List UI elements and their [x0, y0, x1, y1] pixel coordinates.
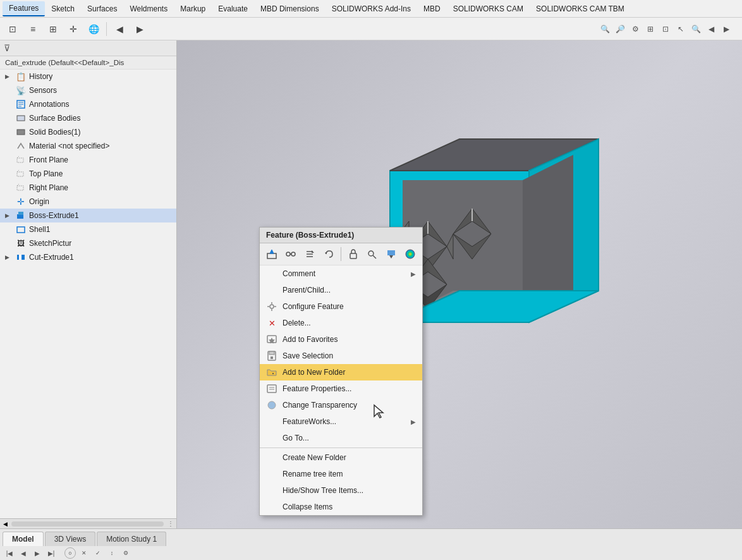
ctx-icon-undo[interactable]: [320, 246, 337, 262]
scroll-left[interactable]: ◀: [0, 519, 10, 529]
ctx-featureworks-label: FeatureWorks...: [283, 417, 336, 426]
status-arrow[interactable]: ↕: [106, 547, 118, 559]
ctx-feature-props[interactable]: Feature Properties...: [260, 380, 422, 397]
tree-item-surface-bodies[interactable]: Surface Bodies: [0, 111, 176, 125]
status-cross[interactable]: ✕: [78, 547, 90, 559]
tree-item-solid-bodies[interactable]: Solid Bodies(1): [0, 125, 176, 139]
ctx-save-selection[interactable]: Save Selection: [260, 348, 422, 364]
ctx-transparency[interactable]: Change Transparency: [260, 397, 422, 413]
toolbar-next[interactable]: ▶: [131, 20, 149, 38]
status-check[interactable]: ✓: [92, 547, 104, 559]
ctx-add-new-folder[interactable]: Add to New Folder: [260, 364, 422, 380]
nav-next[interactable]: ▶: [32, 548, 43, 558]
ctx-rename[interactable]: Rename tree item: [260, 466, 422, 482]
rt-search2[interactable]: 🔎: [613, 22, 627, 36]
status-gear[interactable]: ⚙: [120, 547, 131, 559]
tree-item-shell[interactable]: Shell1: [0, 222, 176, 236]
ctx-icon-link[interactable]: [283, 246, 299, 262]
rt-zoom[interactable]: 🔍: [689, 22, 703, 36]
ctx-icon-order[interactable]: [301, 246, 318, 262]
tree-item-right-plane[interactable]: Right Plane: [0, 181, 176, 195]
tree-item-top-plane[interactable]: Top Plane: [0, 167, 176, 181]
right-plane-label: Right Plane: [29, 183, 68, 192]
menu-mbd-dimensions[interactable]: MBD Dimensions: [254, 2, 325, 16]
ctx-icon-search[interactable]: [364, 246, 380, 262]
svg-rect-62: [267, 385, 276, 393]
menu-mbd[interactable]: MBD: [417, 2, 447, 16]
menu-weldments[interactable]: Weldments: [123, 2, 174, 16]
ctx-save-selection-label: Save Selection: [283, 351, 333, 360]
toolbar-list[interactable]: ≡: [24, 20, 42, 38]
svg-point-65: [268, 401, 276, 409]
ctx-icon-edit[interactable]: [264, 246, 280, 262]
ctx-icon-color[interactable]: [402, 246, 418, 262]
status-circle[interactable]: ○: [64, 547, 76, 559]
menu-sw-cam[interactable]: SOLIDWORKS CAM: [447, 2, 530, 16]
menu-sw-addins[interactable]: SOLIDWORKS Add-Ins: [325, 2, 417, 16]
svg-rect-16: [19, 255, 21, 260]
menu-features[interactable]: Features: [3, 1, 45, 16]
menu-bar: Features Sketch Surfaces Weldments Marku…: [0, 0, 742, 18]
tree-item-sensors[interactable]: 📡 Sensors: [0, 83, 176, 97]
nav-first[interactable]: |◀: [4, 548, 15, 558]
ctx-configure[interactable]: Configure Feature: [260, 298, 422, 315]
ctx-create-folder[interactable]: Create New Folder: [260, 449, 422, 466]
bottom-tabs: Model 3D Views Motion Study 1: [0, 529, 742, 546]
toolbar-select[interactable]: ⊡: [4, 20, 21, 38]
tree-item-annotations[interactable]: Annotations: [0, 97, 176, 111]
rt-select[interactable]: ⊡: [659, 22, 672, 36]
ctx-rename-label: Rename tree item: [283, 470, 343, 478]
rt-grid[interactable]: ⊞: [643, 22, 657, 36]
rt-forward[interactable]: ▶: [719, 22, 733, 36]
ctx-featureworks[interactable]: FeatureWorks... ▶: [260, 413, 422, 430]
menu-surfaces[interactable]: Surfaces: [81, 2, 123, 16]
ctx-comment[interactable]: Comment ▶: [260, 265, 422, 282]
ctx-collapse[interactable]: Collapse Items: [260, 499, 422, 515]
ctx-goto[interactable]: Go To...: [260, 430, 422, 446]
svg-rect-10: [17, 186, 23, 190]
toolbar-prev[interactable]: ◀: [111, 20, 128, 38]
menu-sketch[interactable]: Sketch: [45, 2, 81, 16]
goto-icon: [266, 432, 277, 444]
ctx-collapse-label: Collapse Items: [283, 502, 332, 511]
rt-pointer[interactable]: ↖: [674, 22, 688, 36]
menu-sw-cam-tbm[interactable]: SOLIDWORKS CAM TBM: [530, 2, 631, 16]
tree-item-front-plane[interactable]: Front Plane: [0, 153, 176, 167]
annotations-label: Annotations: [29, 100, 69, 109]
toolbar-globe[interactable]: 🌐: [85, 20, 102, 38]
tree-item-material[interactable]: Material <not specified>: [0, 139, 176, 153]
menu-evaluate[interactable]: Evaluate: [212, 2, 254, 16]
top-plane-icon: [15, 168, 27, 180]
tree-item-cut-extrude[interactable]: ▶ Cut-Extrude1: [0, 250, 176, 264]
ctx-icon-sep: [341, 247, 341, 261]
rt-search[interactable]: 🔍: [598, 22, 612, 36]
ctx-add-favorites[interactable]: Add to Favorites: [260, 331, 422, 348]
ctx-parent-child[interactable]: Parent/Child...: [260, 282, 422, 298]
toolbar-grid[interactable]: ⊞: [44, 20, 62, 38]
tab-3d-views[interactable]: 3D Views: [45, 532, 95, 546]
ctx-new-folder-label: Add to New Folder: [283, 368, 345, 377]
nav-prev[interactable]: ◀: [18, 548, 29, 558]
tab-model[interactable]: Model: [3, 532, 44, 546]
tree-item-history[interactable]: ▶ 📋 History: [0, 70, 176, 83]
ctx-icon-down[interactable]: [383, 246, 399, 262]
scroll-track[interactable]: [11, 521, 164, 527]
svg-marker-42: [312, 250, 314, 253]
tree-item-sketch-picture[interactable]: 🖼 SketchPictur: [0, 236, 176, 250]
rt-settings[interactable]: ⚙: [628, 22, 642, 36]
ctx-icon-lock[interactable]: [345, 246, 362, 262]
svg-rect-47: [387, 250, 395, 255]
tab-motion-study[interactable]: Motion Study 1: [97, 532, 166, 546]
ctx-delete[interactable]: ✕ Delete...: [260, 315, 422, 331]
filter-icon[interactable]: ⊽: [4, 43, 10, 53]
viewport[interactable]: Feature (Boss-Extrude1): [177, 40, 742, 528]
svg-rect-13: [18, 212, 23, 215]
tree-item-boss-extrude[interactable]: ▶ Boss-Extrude1: [0, 209, 176, 222]
ctx-hide-show[interactable]: Hide/Show Tree Items...: [260, 482, 422, 499]
tree-item-origin[interactable]: ✛ Origin: [0, 195, 176, 209]
scroll-indicator[interactable]: ⋮: [165, 519, 176, 528]
nav-last[interactable]: ▶|: [46, 548, 57, 558]
menu-markup[interactable]: Markup: [174, 2, 212, 16]
toolbar-add[interactable]: ✛: [64, 20, 82, 38]
rt-back[interactable]: ◀: [704, 22, 718, 36]
